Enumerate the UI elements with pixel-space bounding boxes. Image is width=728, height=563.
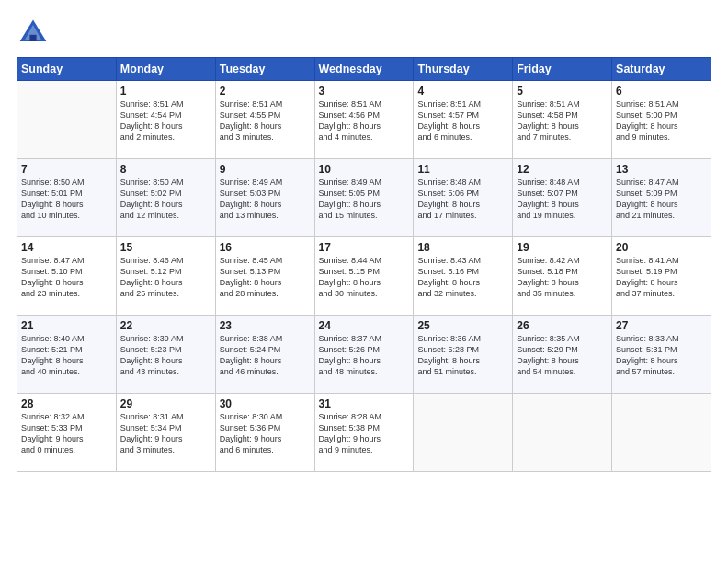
cell-info: Sunrise: 8:44 AM Sunset: 5:15 PM Dayligh… xyxy=(319,255,410,300)
calendar-table: SundayMondayTuesdayWednesdayThursdayFrid… xyxy=(17,57,711,472)
cell-day-number: 30 xyxy=(220,397,311,410)
cell-info: Sunrise: 8:47 AM Sunset: 5:10 PM Dayligh… xyxy=(21,255,112,300)
cell-day-number: 26 xyxy=(517,319,608,332)
cell-info: Sunrise: 8:36 AM Sunset: 5:28 PM Dayligh… xyxy=(417,333,508,378)
cell-info: Sunrise: 8:48 AM Sunset: 5:06 PM Dayligh… xyxy=(417,177,508,222)
calendar-cell: 18Sunrise: 8:43 AM Sunset: 5:16 PM Dayli… xyxy=(414,237,513,316)
cell-day-number: 24 xyxy=(319,319,410,332)
cell-day-number: 10 xyxy=(319,163,410,176)
calendar-cell: 21Sunrise: 8:40 AM Sunset: 5:21 PM Dayli… xyxy=(17,316,117,394)
cell-info: Sunrise: 8:51 AM Sunset: 4:56 PM Dayligh… xyxy=(319,98,410,144)
cell-info: Sunrise: 8:51 AM Sunset: 4:57 PM Dayligh… xyxy=(417,98,508,144)
cell-day-number: 11 xyxy=(417,163,508,176)
cell-day-number: 29 xyxy=(120,397,211,410)
cell-info: Sunrise: 8:31 AM Sunset: 5:34 PM Dayligh… xyxy=(120,411,211,456)
calendar-cell: 15Sunrise: 8:46 AM Sunset: 5:12 PM Dayli… xyxy=(116,237,215,316)
week-row-0: 1Sunrise: 8:51 AM Sunset: 4:54 PM Daylig… xyxy=(17,81,711,159)
calendar-cell xyxy=(513,394,612,472)
cell-info: Sunrise: 8:50 AM Sunset: 5:02 PM Dayligh… xyxy=(120,177,211,222)
cell-day-number: 1 xyxy=(120,85,211,98)
calendar-cell: 12Sunrise: 8:48 AM Sunset: 5:07 PM Dayli… xyxy=(513,159,612,237)
calendar-cell: 9Sunrise: 8:49 AM Sunset: 5:03 PM Daylig… xyxy=(215,159,314,237)
calendar-cell: 10Sunrise: 8:49 AM Sunset: 5:05 PM Dayli… xyxy=(314,159,414,237)
header-cell-saturday: Saturday xyxy=(612,58,711,81)
cell-day-number: 6 xyxy=(616,85,707,98)
calendar-cell: 26Sunrise: 8:35 AM Sunset: 5:29 PM Dayli… xyxy=(513,316,612,394)
calendar-cell: 16Sunrise: 8:45 AM Sunset: 5:13 PM Dayli… xyxy=(215,237,314,316)
header-cell-tuesday: Tuesday xyxy=(215,58,314,81)
cell-day-number: 28 xyxy=(21,397,112,410)
cell-day-number: 21 xyxy=(21,319,112,332)
cell-day-number: 16 xyxy=(220,241,311,254)
calendar-cell: 13Sunrise: 8:47 AM Sunset: 5:09 PM Dayli… xyxy=(612,159,711,237)
cell-day-number: 8 xyxy=(120,163,211,176)
cell-info: Sunrise: 8:28 AM Sunset: 5:38 PM Dayligh… xyxy=(319,411,410,456)
logo xyxy=(17,17,53,50)
cell-day-number: 13 xyxy=(616,163,707,176)
cell-day-number: 12 xyxy=(517,163,608,176)
calendar-cell: 5Sunrise: 8:51 AM Sunset: 4:58 PM Daylig… xyxy=(513,81,612,159)
calendar-cell: 19Sunrise: 8:42 AM Sunset: 5:18 PM Dayli… xyxy=(513,237,612,316)
calendar-cell: 1Sunrise: 8:51 AM Sunset: 4:54 PM Daylig… xyxy=(116,81,215,159)
cell-day-number: 4 xyxy=(417,85,508,98)
calendar-cell: 25Sunrise: 8:36 AM Sunset: 5:28 PM Dayli… xyxy=(414,316,513,394)
svg-rect-2 xyxy=(29,35,36,41)
page: SundayMondayTuesdayWednesdayThursdayFrid… xyxy=(0,0,728,563)
cell-info: Sunrise: 8:49 AM Sunset: 5:03 PM Dayligh… xyxy=(220,177,311,222)
cell-info: Sunrise: 8:35 AM Sunset: 5:29 PM Dayligh… xyxy=(517,333,608,378)
header-row: SundayMondayTuesdayWednesdayThursdayFrid… xyxy=(17,58,711,81)
calendar-cell: 4Sunrise: 8:51 AM Sunset: 4:57 PM Daylig… xyxy=(414,81,513,159)
week-row-1: 7Sunrise: 8:50 AM Sunset: 5:01 PM Daylig… xyxy=(17,159,711,237)
calendar-cell: 3Sunrise: 8:51 AM Sunset: 4:56 PM Daylig… xyxy=(314,81,414,159)
cell-info: Sunrise: 8:39 AM Sunset: 5:23 PM Dayligh… xyxy=(120,333,211,378)
calendar-cell: 6Sunrise: 8:51 AM Sunset: 5:00 PM Daylig… xyxy=(612,81,711,159)
calendar-cell: 7Sunrise: 8:50 AM Sunset: 5:01 PM Daylig… xyxy=(17,159,117,237)
cell-info: Sunrise: 8:32 AM Sunset: 5:33 PM Dayligh… xyxy=(21,411,112,456)
cell-info: Sunrise: 8:48 AM Sunset: 5:07 PM Dayligh… xyxy=(517,177,608,222)
calendar-cell: 2Sunrise: 8:51 AM Sunset: 4:55 PM Daylig… xyxy=(215,81,314,159)
week-row-4: 28Sunrise: 8:32 AM Sunset: 5:33 PM Dayli… xyxy=(17,394,711,472)
header-cell-thursday: Thursday xyxy=(414,58,513,81)
header xyxy=(17,17,711,50)
calendar-cell xyxy=(612,394,711,472)
cell-day-number: 14 xyxy=(21,241,112,254)
cell-day-number: 9 xyxy=(220,163,311,176)
cell-info: Sunrise: 8:46 AM Sunset: 5:12 PM Dayligh… xyxy=(120,255,211,300)
cell-info: Sunrise: 8:30 AM Sunset: 5:36 PM Dayligh… xyxy=(220,411,311,456)
cell-info: Sunrise: 8:47 AM Sunset: 5:09 PM Dayligh… xyxy=(616,177,707,222)
calendar-cell: 24Sunrise: 8:37 AM Sunset: 5:26 PM Dayli… xyxy=(314,316,414,394)
cell-info: Sunrise: 8:51 AM Sunset: 4:55 PM Dayligh… xyxy=(220,98,311,144)
week-row-2: 14Sunrise: 8:47 AM Sunset: 5:10 PM Dayli… xyxy=(17,237,711,316)
cell-day-number: 23 xyxy=(220,319,311,332)
cell-info: Sunrise: 8:37 AM Sunset: 5:26 PM Dayligh… xyxy=(319,333,410,378)
cell-info: Sunrise: 8:49 AM Sunset: 5:05 PM Dayligh… xyxy=(319,177,410,222)
cell-info: Sunrise: 8:51 AM Sunset: 4:58 PM Dayligh… xyxy=(517,98,608,144)
calendar-cell: 23Sunrise: 8:38 AM Sunset: 5:24 PM Dayli… xyxy=(215,316,314,394)
calendar-cell: 22Sunrise: 8:39 AM Sunset: 5:23 PM Dayli… xyxy=(116,316,215,394)
cell-info: Sunrise: 8:42 AM Sunset: 5:18 PM Dayligh… xyxy=(517,255,608,300)
cell-day-number: 17 xyxy=(319,241,410,254)
calendar-cell: 14Sunrise: 8:47 AM Sunset: 5:10 PM Dayli… xyxy=(17,237,117,316)
cell-day-number: 27 xyxy=(616,319,707,332)
calendar-cell: 8Sunrise: 8:50 AM Sunset: 5:02 PM Daylig… xyxy=(116,159,215,237)
calendar-cell: 17Sunrise: 8:44 AM Sunset: 5:15 PM Dayli… xyxy=(314,237,414,316)
cell-info: Sunrise: 8:43 AM Sunset: 5:16 PM Dayligh… xyxy=(417,255,508,300)
logo-icon xyxy=(17,17,50,50)
cell-day-number: 19 xyxy=(517,241,608,254)
cell-info: Sunrise: 8:41 AM Sunset: 5:19 PM Dayligh… xyxy=(616,255,707,300)
cell-day-number: 22 xyxy=(120,319,211,332)
calendar-cell: 30Sunrise: 8:30 AM Sunset: 5:36 PM Dayli… xyxy=(215,394,314,472)
cell-day-number: 15 xyxy=(120,241,211,254)
calendar-cell: 31Sunrise: 8:28 AM Sunset: 5:38 PM Dayli… xyxy=(314,394,414,472)
week-row-3: 21Sunrise: 8:40 AM Sunset: 5:21 PM Dayli… xyxy=(17,316,711,394)
header-cell-sunday: Sunday xyxy=(17,58,117,81)
calendar-cell: 27Sunrise: 8:33 AM Sunset: 5:31 PM Dayli… xyxy=(612,316,711,394)
header-cell-wednesday: Wednesday xyxy=(314,58,414,81)
cell-day-number: 25 xyxy=(417,319,508,332)
cell-info: Sunrise: 8:33 AM Sunset: 5:31 PM Dayligh… xyxy=(616,333,707,378)
calendar-cell: 20Sunrise: 8:41 AM Sunset: 5:19 PM Dayli… xyxy=(612,237,711,316)
cell-info: Sunrise: 8:51 AM Sunset: 4:54 PM Dayligh… xyxy=(120,98,211,144)
header-cell-friday: Friday xyxy=(513,58,612,81)
header-cell-monday: Monday xyxy=(116,58,215,81)
calendar-cell xyxy=(414,394,513,472)
